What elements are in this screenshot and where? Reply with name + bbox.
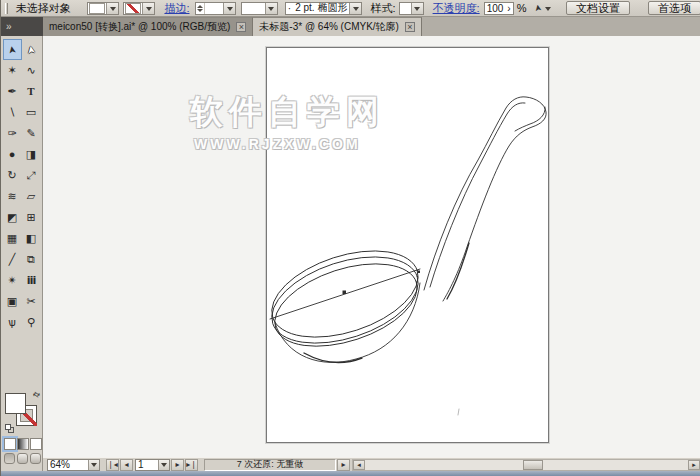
paintbrush-tool-icon: ✑ (7, 128, 16, 139)
slice-tool[interactable]: ✂ (22, 291, 41, 312)
document-setup-button[interactable]: 文档设置 (566, 1, 630, 15)
control-bar: 未选择对象 描边: · 2 pt. 椭圆形 样式: 不透明度: (1, 0, 700, 17)
scrollbar-track[interactable] (365, 460, 688, 470)
stroke-label-link[interactable]: 描边: (164, 1, 189, 16)
gradient-tool[interactable]: ◧ (22, 228, 41, 249)
gradient-tool-icon: ◧ (26, 233, 36, 244)
close-icon[interactable]: × (236, 22, 246, 32)
zoom-level-dropdown[interactable]: 64% (47, 459, 100, 471)
perspective-grid-tool[interactable]: ⊞ (22, 207, 41, 228)
tab-label: 未标题-3* @ 64% (CMYK/轮廓) (259, 20, 399, 34)
rectangle-tool[interactable]: ▭ (22, 102, 41, 123)
artboard-number-dropdown[interactable]: 1 (135, 459, 170, 471)
panel-collapse-button[interactable]: » (1, 17, 43, 36)
pencil-tool[interactable]: ✎ (22, 123, 41, 144)
direct-selection-tool[interactable]: ➤ (22, 39, 41, 60)
fullscreen-mode-button[interactable] (30, 453, 41, 464)
scrollbar-thumb[interactable] (523, 460, 543, 470)
color-mode-button[interactable] (4, 438, 16, 450)
eyedropper-tool-icon: ╱ (9, 254, 16, 265)
stroke-profile-dropdown[interactable] (241, 2, 278, 15)
blob-brush-tool[interactable]: ● (3, 144, 22, 165)
chevron-down-icon (158, 460, 169, 470)
opacity-label-link[interactable]: 不透明度: (433, 1, 480, 16)
window-bottom-edge (1, 471, 700, 476)
horizontal-scrollbar[interactable]: ◂ ▸ (352, 459, 700, 471)
width-tool-icon: ≋ (7, 191, 16, 202)
swap-fill-stroke-icon[interactable]: ⇄ (31, 389, 42, 400)
eraser-tool-icon: ◨ (26, 149, 36, 160)
scroll-left-icon[interactable]: ◂ (353, 460, 365, 470)
normal-screen-mode-button[interactable] (4, 453, 15, 464)
scale-tool[interactable]: ⤢ (22, 165, 41, 186)
artboard-tool[interactable]: ▣ (3, 291, 22, 312)
select-similar-button[interactable]: ➤ (534, 2, 554, 15)
ladle-bowl-edge (304, 353, 362, 362)
toolbar-grip[interactable] (5, 3, 8, 14)
selection-tool[interactable]: ➤ (3, 39, 22, 60)
hand-tool[interactable]: ѱ (3, 312, 22, 333)
paintbrush-tool[interactable]: ✑ (3, 123, 22, 144)
magic-wand-tool[interactable]: ✶ (3, 60, 22, 81)
chevron-down-icon (88, 460, 99, 470)
fill-color-dropdown[interactable] (87, 2, 119, 15)
eyedropper-tool[interactable]: ╱ (3, 249, 22, 270)
gradient-mode-button[interactable] (17, 438, 29, 450)
last-artboard-button[interactable]: ▸❘ (185, 459, 198, 471)
brush-definition-dropdown[interactable]: · 2 pt. 椭圆形 (285, 2, 363, 15)
artboard-number-value: 1 (136, 459, 158, 470)
chevron-down-icon (542, 2, 554, 14)
status-bar: 64% ❘◂ ◂ 1 ▸ ▸❘ 7 次还原: 无重做 ▸ ◂ ▸ (43, 457, 700, 471)
stroke-weight-dropdown[interactable] (195, 2, 237, 15)
chevron-down-icon (223, 3, 235, 14)
eraser-tool[interactable]: ◨ (22, 144, 41, 165)
blend-tool[interactable]: ⧉ (22, 249, 41, 270)
close-icon[interactable]: × (405, 22, 415, 32)
stroke-color-dropdown[interactable] (123, 2, 155, 15)
default-fill-stroke-icon[interactable] (5, 424, 14, 433)
fill-swatch[interactable] (5, 393, 26, 414)
ladle-bowl (275, 283, 420, 362)
zoom-tool[interactable]: ⚲ (22, 312, 41, 333)
free-transform-tool[interactable]: ▱ (22, 186, 41, 207)
percent-label: % (517, 2, 527, 14)
type-tool[interactable]: T (22, 81, 41, 102)
none-mode-button[interactable] (30, 438, 42, 450)
ladle-rim-inner (266, 248, 428, 362)
selection-tool-icon: ➤ (6, 45, 17, 55)
free-transform-tool-icon: ▱ (27, 191, 35, 202)
preferences-button[interactable]: 首选项 (648, 1, 700, 15)
column-graph-tool[interactable]: ⅲ (22, 270, 41, 291)
type-tool-icon: T (27, 86, 34, 97)
anchor-point (418, 271, 421, 274)
lasso-tool[interactable]: ∿ (22, 60, 41, 81)
spinner-icon[interactable] (196, 3, 205, 14)
first-artboard-button[interactable]: ❘◂ (106, 459, 119, 471)
opacity-input[interactable]: 100 › (484, 2, 514, 15)
ladle-handle (424, 97, 546, 301)
perspective-grid-tool-icon: ⊞ (26, 212, 35, 223)
document-tab-meicon50[interactable]: meicon50 [转换].ai* @ 100% (RGB/预览) × (43, 17, 253, 36)
document-tab-untitled3[interactable]: 未标题-3* @ 64% (CMYK/轮廓) × (253, 17, 422, 36)
rotate-tool[interactable]: ↻ (3, 165, 22, 186)
spinner-right-icon[interactable]: › (505, 3, 512, 14)
width-tool[interactable]: ≋ (3, 186, 22, 207)
shape-builder-tool[interactable]: ◩ (3, 207, 22, 228)
symbol-sprayer-tool-icon: ✴ (7, 275, 16, 286)
rotate-tool-icon: ↻ (7, 170, 16, 181)
ladle-drawing (266, 47, 549, 443)
symbol-sprayer-tool[interactable]: ✴ (3, 270, 22, 291)
pen-tool[interactable]: ✒ (3, 81, 22, 102)
fullscreen-menu-mode-button[interactable] (17, 453, 28, 464)
ladle-rim-outer (266, 234, 429, 353)
zoom-level-value: 64% (48, 459, 88, 470)
previous-artboard-button[interactable]: ◂ (120, 459, 133, 471)
line-tool[interactable]: ∖ (3, 102, 22, 123)
paint-mode-row (4, 438, 42, 450)
scroll-right-icon[interactable]: ▸ (688, 460, 700, 470)
next-artboard-button[interactable]: ▸ (171, 459, 184, 471)
style-dropdown[interactable] (399, 2, 423, 15)
mesh-tool[interactable]: ▦ (3, 228, 22, 249)
collapse-icon: » (6, 21, 12, 32)
status-popup-button[interactable]: ▸ (337, 459, 350, 471)
